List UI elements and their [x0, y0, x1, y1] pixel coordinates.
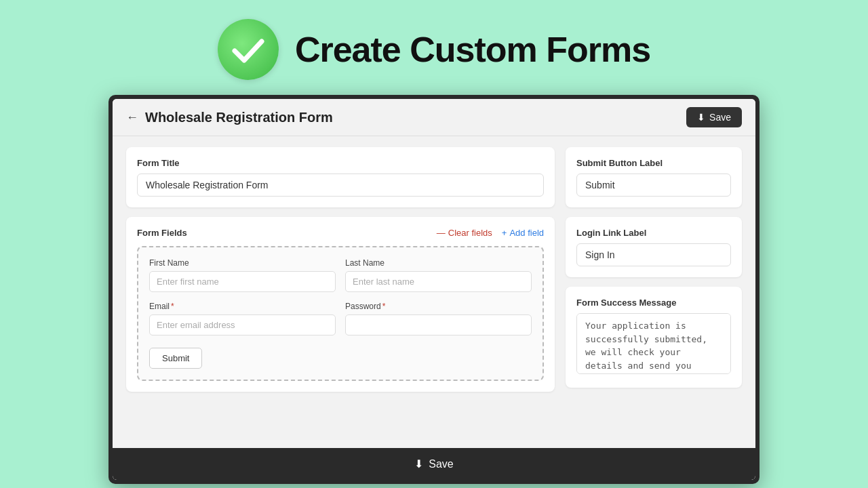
form-title-input[interactable]: [137, 174, 544, 197]
right-panel: Submit Button Label Login Link Label For…: [566, 147, 742, 437]
clear-fields-label: Clear fields: [448, 228, 492, 238]
checkmark-icon: [229, 30, 267, 68]
email-label: Email*: [149, 302, 336, 311]
form-row-2: Email* Password*: [149, 302, 532, 336]
submit-preview-button[interactable]: Submit: [149, 348, 202, 369]
email-col: Email*: [149, 302, 336, 336]
add-field-label: Add field: [509, 228, 544, 238]
success-message-card: Form Success Message Your application is…: [566, 287, 742, 388]
form-fields-actions: — Clear fields + Add field: [437, 228, 544, 238]
submit-btn-label-title: Submit Button Label: [576, 158, 731, 168]
last-name-col: Last Name: [345, 258, 532, 292]
clear-fields-button[interactable]: — Clear fields: [437, 228, 492, 238]
form-fields-card: Form Fields — Clear fields + Add field: [126, 217, 555, 392]
form-title-label: Form Title: [137, 158, 544, 168]
form-preview: First Name Last Name: [137, 246, 544, 381]
success-message-title: Form Success Message: [576, 298, 731, 308]
bottom-save-button[interactable]: ⬇ Save: [126, 455, 742, 473]
password-input[interactable]: [345, 314, 532, 336]
app-content: Form Title Form Fields — Clear fields: [113, 136, 755, 448]
hero-section: Create Custom Forms: [0, 0, 868, 95]
app-inner: ← Wholesale Registration Form ⬇ Save For…: [113, 99, 755, 480]
back-button[interactable]: ←: [126, 110, 138, 125]
password-label: Password*: [345, 302, 532, 311]
save-header-button[interactable]: ⬇ Save: [686, 107, 742, 127]
form-title-card: Form Title: [126, 147, 555, 207]
form-title-header: Wholesale Registration Form: [145, 110, 333, 125]
email-input[interactable]: [149, 314, 336, 336]
save-header-icon: ⬇: [697, 112, 705, 123]
login-link-label-card: Login Link Label: [566, 217, 742, 277]
password-col: Password*: [345, 302, 532, 336]
submit-button-label-card: Submit Button Label: [566, 147, 742, 207]
add-field-button[interactable]: + Add field: [502, 228, 544, 238]
add-icon: +: [502, 228, 507, 238]
bottom-save-icon: ⬇: [414, 458, 423, 470]
first-name-label: First Name: [149, 258, 336, 268]
app-header: ← Wholesale Registration Form ⬇ Save: [113, 99, 755, 136]
left-panel: Form Title Form Fields — Clear fields: [126, 147, 555, 437]
bottom-save-label: Save: [429, 458, 453, 470]
form-fields-header: Form Fields — Clear fields + Add field: [137, 228, 544, 238]
form-fields-title: Form Fields: [137, 228, 187, 238]
header-left: ← Wholesale Registration Form: [126, 110, 333, 125]
login-link-label-title: Login Link Label: [576, 228, 731, 238]
first-name-col: First Name: [149, 258, 336, 292]
app-window: ← Wholesale Registration Form ⬇ Save For…: [108, 95, 760, 484]
logo: [218, 19, 279, 80]
last-name-input[interactable]: [345, 271, 532, 292]
hero-title: Create Custom Forms: [295, 29, 650, 70]
first-name-input[interactable]: [149, 271, 336, 292]
save-header-label: Save: [709, 112, 731, 123]
clear-icon: —: [437, 228, 446, 238]
login-link-label-input[interactable]: [576, 243, 731, 266]
submit-btn-label-input[interactable]: [576, 174, 731, 197]
success-message-textarea[interactable]: Your application is successfully submitt…: [576, 313, 731, 374]
bottom-bar: ⬇ Save: [113, 448, 755, 480]
form-row-1: First Name Last Name: [149, 258, 532, 292]
last-name-label: Last Name: [345, 258, 532, 268]
